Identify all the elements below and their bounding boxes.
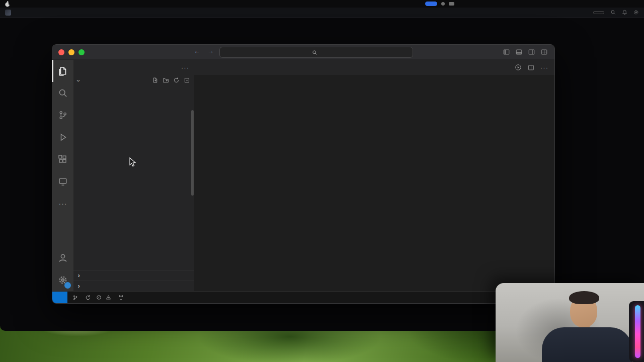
navigate-forward-icon[interactable]: → xyxy=(207,47,214,55)
search-icon xyxy=(312,50,317,55)
minimize-window-button[interactable] xyxy=(68,49,74,55)
vscode-titlebar[interactable]: ← → xyxy=(52,45,554,60)
more-actions-icon[interactable]: ··· xyxy=(540,64,548,71)
apple-menu-icon[interactable] xyxy=(5,1,10,7)
status-bar xyxy=(52,291,554,303)
layout-controls xyxy=(503,49,547,55)
editor-actions: ··· xyxy=(509,60,554,75)
vscode-window: ← → xyxy=(52,44,555,304)
mouse-cursor xyxy=(129,157,136,169)
new-file-icon[interactable] xyxy=(152,77,158,83)
split-editor-icon[interactable] xyxy=(528,64,534,71)
toggle-secondary-sidebar-icon[interactable] xyxy=(528,49,535,55)
explorer-icon[interactable] xyxy=(52,60,73,82)
toggle-panel-icon[interactable] xyxy=(516,49,522,55)
zoom-window-button[interactable] xyxy=(78,49,85,55)
more-views-icon[interactable]: ··· xyxy=(52,193,73,215)
remote-explorer-icon[interactable] xyxy=(52,170,73,193)
microphone-rgb-light xyxy=(635,305,640,358)
settings-badge xyxy=(64,282,71,289)
code-editor[interactable] xyxy=(194,86,554,291)
command-center-search[interactable] xyxy=(219,47,413,58)
warnings-icon xyxy=(106,295,111,300)
settings-gear-icon[interactable] xyxy=(52,269,73,291)
extensions-icon[interactable] xyxy=(52,148,73,170)
new-folder-icon[interactable] xyxy=(163,77,169,83)
terminal-tab-bar xyxy=(0,8,644,18)
menubar-icon[interactable] xyxy=(441,2,445,6)
accounts-icon[interactable] xyxy=(52,247,73,269)
customize-layout-icon[interactable] xyxy=(541,49,547,55)
collapse-folders-icon[interactable] xyxy=(184,77,190,83)
macos-menubar xyxy=(0,0,644,8)
activity-bar: ··· xyxy=(52,60,73,291)
close-window-button[interactable] xyxy=(58,49,64,55)
problems[interactable] xyxy=(96,295,113,300)
update-warp-button[interactable] xyxy=(593,11,604,14)
explorer-more-icon[interactable]: ··· xyxy=(181,64,189,71)
menubar-status-icons xyxy=(425,2,454,6)
breadcrumb xyxy=(194,75,554,86)
search-icon[interactable] xyxy=(610,10,616,15)
person-body xyxy=(542,327,632,362)
chevron-right-icon: › xyxy=(76,272,82,279)
person-hair xyxy=(569,291,599,304)
radio-tower-icon xyxy=(118,295,124,300)
chevron-right-icon: › xyxy=(76,283,82,290)
remote-indicator[interactable] xyxy=(52,292,67,303)
sidebar-scrollbar[interactable] xyxy=(191,110,194,196)
webcam-overlay xyxy=(496,283,644,362)
settings-icon[interactable] xyxy=(633,10,639,15)
git-branch[interactable] xyxy=(72,295,80,301)
run-debug-icon[interactable] xyxy=(52,126,73,148)
outline-section[interactable]: › xyxy=(73,270,194,281)
timeline-section[interactable]: › xyxy=(73,281,194,291)
branch-icon xyxy=(72,295,78,301)
window-controls xyxy=(58,49,85,55)
toggle-sidebar-icon[interactable] xyxy=(503,49,510,55)
ports[interactable] xyxy=(118,295,126,300)
errors-icon xyxy=(96,295,102,300)
run-file-icon[interactable] xyxy=(515,64,522,71)
bell-icon[interactable] xyxy=(622,10,627,15)
project-root-folder[interactable]: › xyxy=(73,75,194,85)
search-icon[interactable] xyxy=(52,82,73,104)
chevron-down-icon: › xyxy=(75,78,82,83)
navigate-back-icon[interactable]: ← xyxy=(194,47,200,55)
sync-changes[interactable] xyxy=(85,295,91,301)
refresh-icon[interactable] xyxy=(173,77,180,83)
editor-group: ··· xyxy=(194,60,554,291)
menubar-badge[interactable] xyxy=(425,2,437,6)
explorer-sidebar: ··· › › › xyxy=(73,60,194,291)
sync-icon xyxy=(85,295,91,301)
source-control-icon[interactable] xyxy=(52,104,73,126)
desktop: ← → xyxy=(0,0,644,362)
warp-menu-icon[interactable] xyxy=(5,10,11,16)
battery-icon xyxy=(449,2,454,6)
editor-tabs-bar: ··· xyxy=(194,60,554,75)
